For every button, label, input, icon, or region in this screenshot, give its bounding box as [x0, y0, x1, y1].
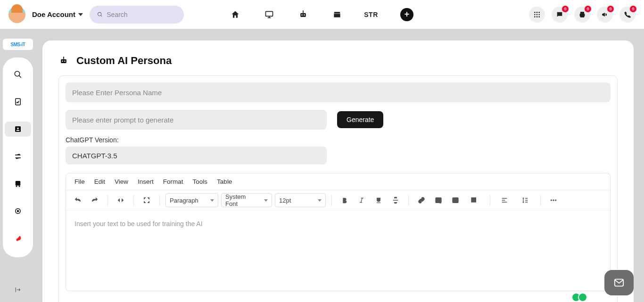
underline-icon[interactable]: [372, 193, 386, 207]
user-avatar[interactable]: [8, 6, 25, 23]
top-bar: Doe Account STR + 0 0 0 0: [0, 0, 644, 29]
home-icon[interactable]: [231, 10, 240, 19]
str-link[interactable]: STR: [366, 10, 376, 19]
media-icon[interactable]: [448, 193, 462, 207]
svg-line-20: [19, 75, 21, 78]
announcement-icon[interactable]: 0: [597, 7, 613, 23]
nav-transport-icon[interactable]: [8, 176, 27, 191]
menu-insert[interactable]: Insert: [138, 178, 154, 185]
nav-plugin-icon[interactable]: [8, 204, 27, 219]
redo-icon[interactable]: [88, 193, 102, 207]
version-select[interactable]: CHATGPT-3.5: [66, 147, 327, 164]
block-format-dropdown[interactable]: Paragraph: [165, 193, 218, 207]
table-icon[interactable]: [465, 193, 484, 207]
apps-icon[interactable]: [529, 7, 545, 23]
undo-icon[interactable]: [71, 193, 85, 207]
svg-point-7: [304, 14, 305, 16]
monitor-icon[interactable]: [264, 10, 274, 19]
strikethrough-icon[interactable]: [388, 193, 403, 207]
separator: [331, 195, 332, 205]
svg-point-16: [534, 16, 536, 17]
chevron-down-icon: [264, 199, 268, 202]
nav-contacts-icon[interactable]: [5, 122, 31, 137]
svg-point-46: [551, 200, 552, 201]
menu-edit[interactable]: Edit: [94, 178, 105, 185]
italic-icon[interactable]: [355, 193, 369, 207]
side-nav: [3, 57, 33, 257]
image-icon[interactable]: [431, 193, 446, 207]
svg-point-30: [62, 61, 63, 62]
page-robot-icon: [58, 56, 69, 65]
announce-badge: 0: [607, 6, 614, 12]
svg-rect-21: [16, 98, 21, 105]
chat-badge: 0: [562, 6, 569, 12]
persona-form: Generate ChatGPT Version: CHATGPT-3.5 Fi…: [58, 75, 618, 302]
print-icon[interactable]: 0: [574, 7, 590, 23]
svg-rect-5: [300, 13, 306, 16]
chevron-down-icon: [210, 199, 214, 202]
fullscreen-icon[interactable]: [140, 193, 154, 207]
svg-point-18: [538, 16, 540, 17]
source-code-icon[interactable]: [114, 193, 128, 207]
svg-point-6: [301, 14, 303, 16]
editor-toolbar: Paragraph System Font 12pt: [66, 190, 610, 211]
menu-format[interactable]: Format: [163, 178, 183, 185]
svg-point-10: [534, 12, 536, 13]
align-icon[interactable]: [496, 193, 514, 207]
editor-menubar: File Edit View Insert Format Tools Table: [66, 173, 610, 190]
line-height-icon[interactable]: [517, 193, 535, 207]
svg-point-31: [64, 61, 66, 62]
status-dot-icon: [578, 293, 587, 302]
svg-point-15: [538, 14, 540, 15]
separator: [133, 195, 134, 205]
account-dropdown[interactable]: Doe Account: [32, 10, 83, 18]
generate-button[interactable]: Generate: [337, 111, 383, 128]
store-icon[interactable]: [332, 10, 342, 19]
support-mail-fab[interactable]: [604, 270, 634, 295]
font-size-dropdown[interactable]: 12pt: [275, 193, 326, 207]
separator: [107, 195, 108, 205]
svg-point-0: [98, 12, 101, 16]
menu-table[interactable]: Table: [217, 178, 232, 185]
prompt-input[interactable]: [66, 110, 327, 130]
svg-point-48: [555, 200, 556, 201]
bold-icon[interactable]: [338, 193, 352, 207]
nav-transfer-icon[interactable]: [8, 149, 27, 164]
sidebar-collapse-icon[interactable]: [4, 283, 32, 296]
global-search[interactable]: [90, 6, 184, 24]
center-nav: STR +: [231, 8, 413, 21]
svg-point-38: [437, 199, 438, 200]
nav-return-icon[interactable]: [8, 231, 27, 246]
print-badge: 0: [585, 6, 591, 12]
search-input[interactable]: [107, 11, 176, 18]
chevron-down-icon: [318, 199, 322, 202]
rich-text-editor: File Edit View Insert Format Tools Table: [66, 173, 611, 291]
main-card: Custom AI Persona Generate ChatGPT Versi…: [42, 41, 634, 302]
svg-point-11: [537, 12, 538, 13]
more-icon[interactable]: [546, 193, 561, 207]
brand-logo[interactable]: SMS-iT: [3, 39, 33, 50]
link-icon[interactable]: [414, 193, 429, 207]
block-format-value: Paragraph: [170, 197, 198, 204]
menu-view[interactable]: View: [115, 178, 128, 185]
svg-rect-24: [16, 181, 21, 186]
editor-textarea[interactable]: Insert your text to be used for training…: [66, 211, 610, 291]
font-family-dropdown[interactable]: System Font: [221, 193, 272, 207]
menu-tools[interactable]: Tools: [193, 178, 208, 185]
font-size-value: 12pt: [279, 197, 291, 204]
svg-rect-29: [61, 59, 66, 63]
separator: [540, 195, 541, 205]
add-button[interactable]: +: [400, 8, 413, 21]
robot-icon[interactable]: [298, 10, 308, 19]
svg-line-36: [361, 198, 363, 202]
persona-name-input[interactable]: [66, 82, 611, 102]
phone-icon[interactable]: 0: [619, 7, 636, 23]
nav-report-icon[interactable]: [8, 94, 27, 109]
chat-icon[interactable]: 0: [552, 7, 568, 23]
svg-point-47: [553, 200, 554, 201]
nav-search-analytics-icon[interactable]: [8, 67, 27, 82]
menu-file[interactable]: File: [74, 178, 85, 185]
left-rail: SMS-iT: [0, 29, 36, 302]
svg-rect-2: [266, 11, 273, 16]
svg-point-12: [538, 12, 540, 13]
